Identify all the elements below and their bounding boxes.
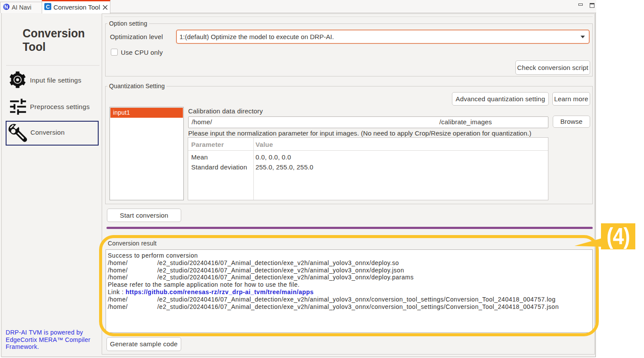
svg-text:N: N <box>4 4 8 10</box>
svg-text:C: C <box>46 4 50 10</box>
